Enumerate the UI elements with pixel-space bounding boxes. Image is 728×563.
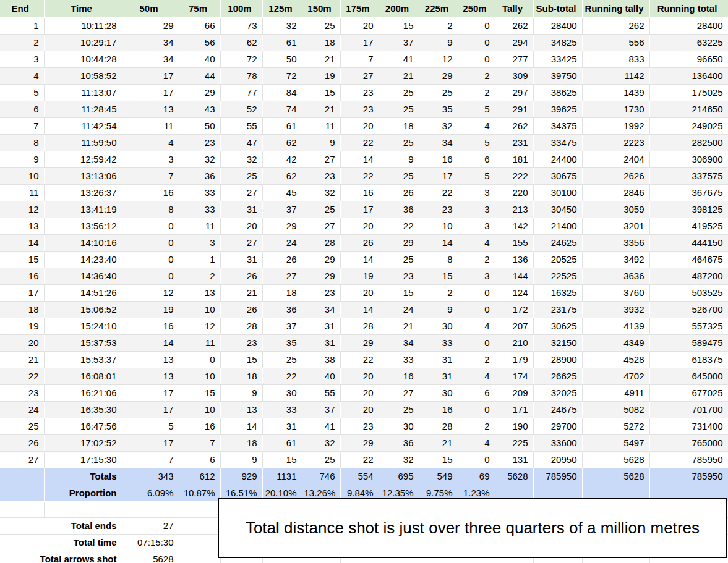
cell[interactable]: 27: [302, 218, 340, 235]
note-box[interactable]: Total distance shot is just over three q…: [218, 498, 727, 558]
cell[interactable]: [179, 535, 220, 551]
cell[interactable]: 16: [122, 318, 179, 335]
cell[interactable]: 11: [0, 185, 44, 201]
cell[interactable]: 15: [0, 252, 44, 268]
cell[interactable]: 5: [458, 101, 495, 118]
cell[interactable]: 13:13:06: [44, 168, 122, 185]
cell[interactable]: 22: [340, 452, 379, 468]
cell[interactable]: 36: [379, 435, 419, 452]
cell[interactable]: 26: [220, 302, 262, 318]
column-header-cell[interactable]: 200m: [379, 0, 419, 18]
cell[interactable]: 30: [262, 385, 302, 402]
cell[interactable]: 5628: [582, 452, 649, 468]
cell[interactable]: 2626: [582, 168, 649, 185]
cell[interactable]: 43: [179, 101, 220, 118]
cell[interactable]: 124: [495, 285, 533, 302]
cell[interactable]: 26: [0, 435, 44, 452]
cell[interactable]: 27: [262, 268, 302, 285]
cell[interactable]: 52: [220, 101, 262, 118]
cell[interactable]: 16:08:01: [44, 368, 122, 385]
cell[interactable]: 17: [122, 85, 179, 101]
cell[interactable]: 32: [220, 151, 262, 168]
column-header-cell[interactable]: Tally: [495, 0, 533, 18]
cell[interactable]: 4: [0, 68, 44, 85]
cell[interactable]: 22: [379, 218, 419, 235]
cell[interactable]: 20: [340, 385, 379, 402]
cell[interactable]: 22: [340, 352, 379, 368]
cell[interactable]: 4: [458, 318, 495, 335]
cell[interactable]: 277: [495, 51, 533, 68]
cell[interactable]: 3: [458, 218, 495, 235]
column-header-cell[interactable]: 175m: [340, 0, 379, 18]
cell[interactable]: 15: [302, 85, 340, 101]
cell[interactable]: 37: [262, 201, 302, 218]
cell[interactable]: 645000: [649, 368, 728, 385]
cell[interactable]: 21: [302, 101, 340, 118]
cell[interactable]: 37: [379, 35, 419, 51]
cell[interactable]: 367675: [649, 185, 728, 201]
cell[interactable]: 20: [340, 285, 379, 302]
cell[interactable]: 25: [419, 85, 458, 101]
cell[interactable]: 32: [262, 18, 302, 35]
cell[interactable]: 2: [419, 285, 458, 302]
cell[interactable]: 15:06:52: [44, 302, 122, 318]
cell[interactable]: 11:28:45: [44, 101, 122, 118]
cell[interactable]: 22: [340, 168, 379, 185]
totals-cell[interactable]: 785950: [533, 468, 582, 485]
cell[interactable]: [179, 502, 220, 518]
cell[interactable]: 56: [179, 35, 220, 51]
cell[interactable]: 4: [458, 368, 495, 385]
cell[interactable]: 14: [340, 151, 379, 168]
cell[interactable]: 23: [0, 385, 44, 402]
cell[interactable]: 12:59:42: [44, 151, 122, 168]
column-header-cell[interactable]: 150m: [302, 0, 340, 18]
cell[interactable]: 13:41:19: [44, 201, 122, 218]
cell[interactable]: 190: [495, 418, 533, 435]
cell[interactable]: 27: [0, 452, 44, 468]
cell[interactable]: 41: [379, 51, 419, 68]
column-header-cell[interactable]: Running tally: [582, 0, 649, 18]
cell[interactable]: 14: [340, 302, 379, 318]
cell[interactable]: 23: [302, 285, 340, 302]
cell[interactable]: 10:29:17: [44, 35, 122, 51]
totals-cell[interactable]: 554: [340, 468, 379, 485]
cell[interactable]: 131: [495, 452, 533, 468]
cell[interactable]: 10: [419, 218, 458, 235]
cell[interactable]: 262: [582, 18, 649, 35]
cell[interactable]: 25: [262, 352, 302, 368]
column-header-cell[interactable]: 75m: [179, 0, 220, 18]
summary-label[interactable]: Total time: [0, 535, 122, 551]
cell[interactable]: 22: [262, 368, 302, 385]
cell[interactable]: 174: [495, 368, 533, 385]
cell[interactable]: 28: [220, 318, 262, 335]
cell[interactable]: 30450: [533, 201, 582, 218]
cell[interactable]: 21: [419, 435, 458, 452]
cell[interactable]: 2: [458, 68, 495, 85]
cell[interactable]: 10: [179, 302, 220, 318]
cell[interactable]: 15:24:10: [44, 318, 122, 335]
cell[interactable]: 32: [179, 151, 220, 168]
cell[interactable]: 487200: [649, 268, 728, 285]
cell[interactable]: 337575: [649, 168, 728, 185]
cell[interactable]: 2: [458, 352, 495, 368]
cell[interactable]: 618375: [649, 352, 728, 368]
summary-value[interactable]: 5628: [122, 551, 179, 563]
summary-value[interactable]: 27: [122, 518, 179, 535]
cell[interactable]: 419525: [649, 218, 728, 235]
summary-label[interactable]: Total ends: [0, 518, 122, 535]
cell[interactable]: 2846: [582, 185, 649, 201]
cell[interactable]: 7: [122, 452, 179, 468]
cell[interactable]: 5: [0, 85, 44, 101]
cell[interactable]: 9: [379, 151, 419, 168]
cell[interactable]: 12: [0, 201, 44, 218]
cell[interactable]: 3: [0, 51, 44, 68]
cell[interactable]: 23: [340, 101, 379, 118]
cell[interactable]: 833: [582, 51, 649, 68]
cell[interactable]: 45: [262, 185, 302, 201]
cell[interactable]: 31: [262, 418, 302, 435]
cell[interactable]: 1730: [582, 101, 649, 118]
cell[interactable]: 27: [340, 68, 379, 85]
cell[interactable]: 3: [458, 185, 495, 201]
cell[interactable]: 3760: [582, 285, 649, 302]
cell[interactable]: 677025: [649, 385, 728, 402]
